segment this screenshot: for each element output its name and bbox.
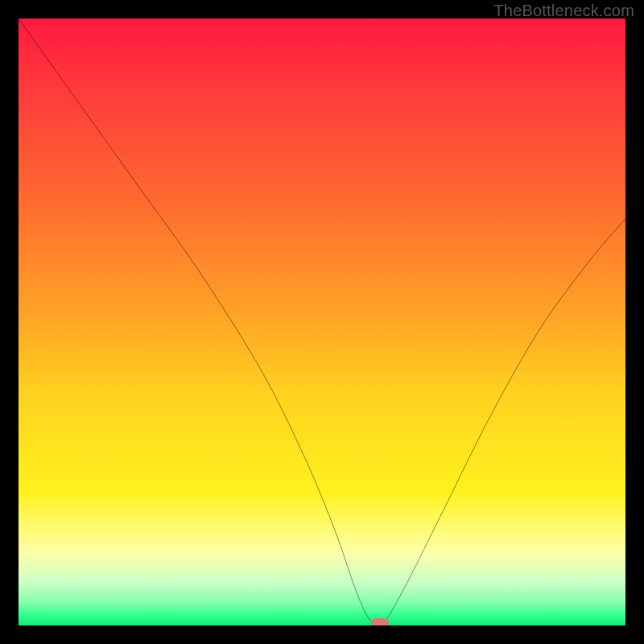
plot-area bbox=[19, 19, 625, 625]
chart-frame: TheBottleneck.com bbox=[0, 0, 644, 644]
bottleneck-curve bbox=[19, 19, 625, 625]
optimal-point-marker bbox=[371, 618, 389, 625]
watermark-text: TheBottleneck.com bbox=[493, 2, 634, 20]
